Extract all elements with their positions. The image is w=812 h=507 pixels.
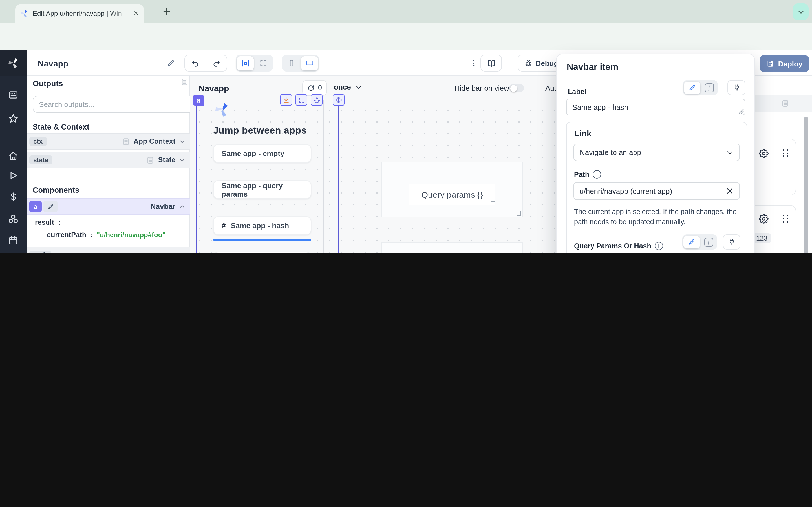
ctx-row[interactable]: ctx App Context (27, 133, 190, 150)
navbar-item-editor: Navbar item Label f Same app - hash Link… (556, 54, 755, 253)
info-icon[interactable]: i (593, 170, 601, 179)
deploy-button[interactable]: Deploy (760, 55, 809, 72)
expand-component-button[interactable] (280, 94, 292, 106)
run-mode-dropdown[interactable]: once (334, 83, 362, 91)
state-row[interactable]: state State (27, 152, 190, 168)
nav-item-empty[interactable]: Same app - empty (213, 144, 311, 163)
mobile-preview-button[interactable] (283, 56, 300, 70)
hash-container[interactable]: Hash: "#foo" (381, 242, 523, 253)
run-mode-value: once (334, 83, 351, 91)
chevron-down-icon[interactable] (179, 138, 186, 145)
fullscreen-layout-button[interactable] (255, 56, 272, 70)
tab-search-button[interactable] (793, 3, 809, 20)
refresh-button[interactable]: 0 (302, 80, 327, 96)
nav-item-query-params[interactable]: Same app - query params (213, 180, 311, 199)
centered-layout-button[interactable] (237, 56, 254, 70)
search-outputs-input[interactable] (33, 96, 196, 113)
navbar-component-row[interactable]: a Navbar (27, 198, 190, 215)
result-tree: result : currentPath : "u/henri/navapp#f… (35, 219, 165, 239)
fullscreen-component-button[interactable] (296, 94, 307, 106)
app-menu-kebab-icon[interactable] (470, 58, 477, 68)
sidebar-favorites-icon[interactable] (8, 113, 18, 124)
canvas-app-title: Navapp (199, 83, 229, 93)
chevron-up-icon[interactable] (179, 203, 186, 210)
gear-icon[interactable] (759, 149, 769, 158)
settings-log-icon[interactable] (781, 99, 790, 108)
label-plug-button[interactable] (727, 80, 746, 95)
chevron-down-icon[interactable] (179, 157, 186, 163)
outputs-title: Outputs (33, 79, 63, 88)
debug-label: Debug (536, 59, 559, 67)
sidebar-apps-icon[interactable] (8, 90, 18, 100)
hide-bar-toggle[interactable] (509, 84, 524, 93)
windmill-favicon-icon (20, 9, 29, 18)
docs-button[interactable] (480, 55, 502, 71)
desktop-preview-button[interactable] (301, 56, 318, 70)
label-fn-button[interactable]: f (702, 81, 717, 94)
layout-mode-group (236, 55, 273, 71)
sidebar-runs-icon[interactable] (8, 170, 18, 181)
query-params-text[interactable]: Query params {} (409, 184, 495, 205)
browser-tab-strip: Edit App u/henri/navapp | Win (0, 0, 812, 22)
selection-right-line (338, 100, 340, 253)
gear-icon[interactable] (759, 214, 769, 224)
state-context-heading: State & Context (33, 123, 89, 131)
query-plug-button[interactable] (723, 234, 741, 249)
device-preview-group (282, 55, 319, 71)
pencil-icon[interactable] (43, 201, 57, 212)
rename-app-icon[interactable] (167, 59, 175, 67)
path-label-row: Path i (574, 170, 601, 179)
navbar-component-badge: a (29, 201, 42, 212)
query-pencil-button[interactable] (683, 236, 700, 248)
nav-sidebar (0, 76, 27, 253)
clear-path-icon[interactable] (726, 187, 733, 195)
sidebar-variables-icon[interactable] (8, 191, 18, 202)
state-log-icon (146, 156, 155, 164)
browser-tab[interactable]: Edit App u/henri/navapp | Win (15, 4, 144, 22)
undo-button[interactable] (185, 55, 206, 71)
tab-close-icon[interactable] (133, 10, 139, 16)
chevron-down-icon[interactable] (179, 252, 186, 253)
query-fn-button[interactable]: f (701, 236, 716, 248)
label-input[interactable]: Same app - hash (566, 99, 746, 115)
windmill-home-logo[interactable] (0, 50, 27, 76)
chevron-down-icon (356, 83, 362, 91)
info-icon[interactable]: i (655, 242, 663, 250)
query-params-container[interactable]: Query params {} (381, 162, 523, 217)
query-params-label: Query Params Or Hash (574, 242, 651, 250)
resize-corner-icon[interactable] (516, 211, 521, 216)
container-e-type: Container (141, 251, 175, 253)
deploy-label: Deploy (778, 59, 803, 68)
container-e-row[interactable]: e Container (27, 247, 190, 253)
sidebar-schedules-icon[interactable] (8, 235, 18, 245)
ctx-type: App Context (133, 137, 175, 145)
right-panel-scrollbar[interactable] (804, 117, 808, 253)
sidebar-resources-icon[interactable] (8, 214, 18, 224)
drag-handle-icon[interactable] (783, 149, 789, 157)
sidebar-divider (0, 135, 27, 135)
query-edit-mode-group: f (682, 234, 717, 249)
state-badge: state (29, 156, 52, 165)
navbar-component-type: Navbar (151, 202, 175, 211)
selection-left-guide (193, 100, 193, 253)
link-type-select[interactable]: Navigate to an app (573, 144, 740, 161)
outputs-log-icon[interactable] (181, 78, 189, 86)
container-e-badge-group: e (29, 250, 52, 253)
current-path-value[interactable]: "u/henri/navapp#foo" (97, 231, 165, 239)
anchor-component-button[interactable] (311, 94, 322, 106)
redo-button[interactable] (206, 55, 227, 71)
refresh-count: 0 (318, 84, 322, 92)
resize-handle-icon[interactable] (739, 109, 744, 114)
nav-item-hash[interactable]: # Same app - hash (213, 216, 311, 235)
current-path-key: currentPath (47, 231, 86, 239)
nav-item-external-link[interactable]: External link (213, 252, 311, 253)
sidebar-home-icon[interactable] (8, 151, 18, 161)
label-pencil-button[interactable] (684, 81, 700, 94)
drag-handle-icon[interactable] (783, 215, 789, 223)
selected-component-badge[interactable]: a (193, 95, 204, 106)
resize-corner-icon[interactable] (491, 197, 495, 202)
new-tab-button[interactable] (162, 7, 171, 16)
container-e-badge: e (33, 252, 37, 253)
path-input[interactable]: u/henri/navapp (current app) (573, 182, 740, 200)
move-component-button[interactable] (333, 94, 345, 106)
